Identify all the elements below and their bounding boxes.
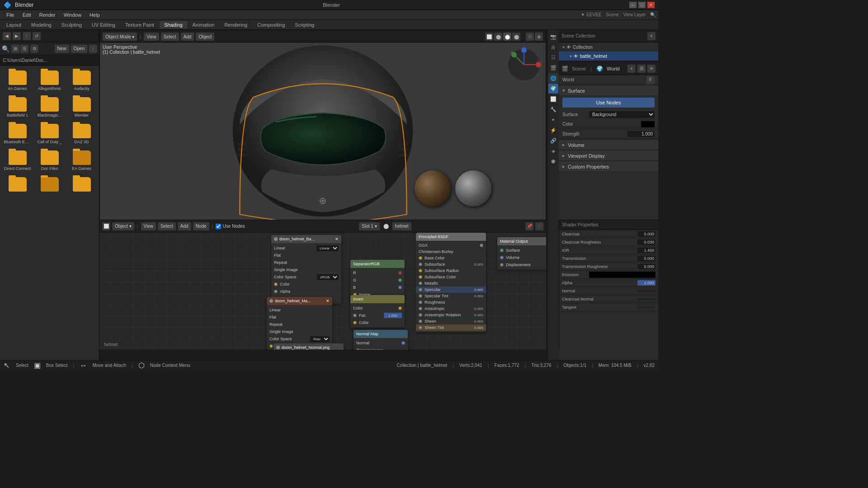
tab-shading[interactable]: Shading xyxy=(160,21,187,28)
folder-empty1[interactable] xyxy=(2,174,33,196)
minimize-button[interactable]: ─ xyxy=(629,2,637,8)
viewport-display-title[interactable]: ▸ Viewport Display xyxy=(559,151,658,161)
prop-world-active-icon[interactable]: 🌍 xyxy=(548,84,558,94)
tree-item-battle-helmet[interactable]: ▾ 👁 battle_helmet xyxy=(559,52,658,61)
socket-spectint[interactable] xyxy=(419,294,422,298)
folder-doc-files[interactable]: Doc Files xyxy=(34,148,65,174)
new-folder-btn[interactable]: New xyxy=(55,45,69,53)
tab-sculpting[interactable]: Sculpting xyxy=(57,21,86,28)
socket-color-inv-in[interactable] xyxy=(353,321,357,324)
node-image-texture-2[interactable]: doom_helmet_Ma... ✕ Linear Flat Repeat S… xyxy=(267,297,332,350)
node-node-btn[interactable]: Node xyxy=(193,222,209,230)
viewport-shading-render[interactable]: ⬤ xyxy=(512,33,520,41)
file-path-bar[interactable]: C:\Users\Daniel\Doc... xyxy=(0,55,99,66)
node-more-btn[interactable]: ⋮ xyxy=(535,222,543,230)
prop-render-icon[interactable]: 📷 xyxy=(548,32,558,42)
prop-data-icon[interactable]: ◈ xyxy=(548,146,558,156)
tab-rendering[interactable]: Rendering xyxy=(220,21,252,28)
surface-section-title[interactable]: ▾ Surface xyxy=(559,86,658,96)
material-name-btn[interactable]: helmet xyxy=(392,222,411,230)
world-new-btn[interactable]: + xyxy=(627,65,636,73)
tab-texture-paint[interactable]: Texture Paint xyxy=(121,21,159,28)
socket-displacement-in[interactable] xyxy=(500,263,504,267)
prop-object-icon[interactable]: ⬜ xyxy=(548,94,558,104)
viewport-overlay-btn[interactable]: ☉ xyxy=(526,33,534,41)
use-nodes-checkbox[interactable] xyxy=(216,224,221,229)
prop-constraint-icon[interactable]: 🔗 xyxy=(548,136,558,145)
viewport-shading-solid[interactable]: ⬤ xyxy=(494,33,502,41)
folder-direct-connect[interactable]: Direct Connect xyxy=(2,148,33,174)
tab-animation[interactable]: Animation xyxy=(188,21,219,28)
socket-subradius[interactable] xyxy=(419,269,422,272)
world-unlink-btn[interactable]: ✕ xyxy=(647,65,656,73)
folder-audacity[interactable]: Audacity xyxy=(66,68,97,94)
node-close-icon2[interactable]: ✕ xyxy=(326,299,330,303)
node-canvas[interactable]: doom_helmet_Ba... ✕ Linear Linear Flat R… xyxy=(99,233,546,350)
custom-props-title[interactable]: ▸ Custom Properties xyxy=(559,162,658,172)
tab-compositing[interactable]: Compositing xyxy=(253,21,289,28)
socket-normal-out[interactable] xyxy=(401,341,405,345)
menu-window[interactable]: Window xyxy=(60,11,85,19)
socket-specular[interactable] xyxy=(419,288,422,291)
viewport-shading-wire[interactable]: ⬜ xyxy=(485,33,493,41)
nav-forward-btn[interactable]: ▶ xyxy=(13,32,21,40)
folder-blackmagic[interactable]: Blackmagic... xyxy=(34,94,65,120)
close-button[interactable]: ✕ xyxy=(647,2,655,8)
select-cs2[interactable]: Raw xyxy=(310,336,330,342)
prop-output-icon[interactable]: 🖨 xyxy=(548,42,558,52)
open-btn[interactable]: Open xyxy=(71,45,87,53)
sp-alpha-val[interactable]: 1.000 xyxy=(637,280,656,286)
viewport-select-btn[interactable]: Select xyxy=(161,33,179,41)
socket-volume-in[interactable] xyxy=(500,256,504,259)
node-editor-type-btn[interactable]: ⬜ xyxy=(102,222,110,230)
viewport-view-btn[interactable]: View xyxy=(144,33,159,41)
folder-4a-games[interactable]: 4A Games xyxy=(2,68,33,94)
prop-material-icon[interactable]: ⬟ xyxy=(548,156,558,166)
socket-bsdf-out[interactable] xyxy=(480,244,483,247)
node-pin-btn[interactable]: 📌 xyxy=(525,222,533,230)
tab-layout[interactable]: Layout xyxy=(2,21,26,28)
prop-view-layer-icon[interactable]: ☷ xyxy=(548,52,558,62)
3d-viewport[interactable]: Object Mode ▾ | View Select Add Object ⬜… xyxy=(99,30,546,220)
use-nodes-button[interactable]: Use Nodes xyxy=(562,98,655,108)
tree-item-collection[interactable]: ▾ 👁 Collection xyxy=(559,42,658,52)
viewport-object-btn[interactable]: Object xyxy=(196,33,214,41)
world-browse-btn[interactable]: ☰ xyxy=(637,65,646,73)
world-fake-user-btn[interactable]: F xyxy=(646,76,655,84)
socket-color-out2[interactable] xyxy=(269,344,273,348)
folder-bluetooth[interactable]: Bluetooth Exc... xyxy=(2,121,33,147)
socket-aniso[interactable] xyxy=(419,307,422,310)
socket-subsurface[interactable] xyxy=(419,263,422,266)
folder-blender[interactable]: Blender xyxy=(66,94,97,120)
render-engine-dropdown[interactable]: ▼ EEVEE xyxy=(580,12,601,17)
volume-section-title[interactable]: ▸ Volume xyxy=(559,140,658,150)
node-material-output[interactable]: Material Output Surface Volume Displacem… xyxy=(497,237,546,270)
node-normal-map[interactable]: Normal Map Normal Tangent Space xyxy=(354,330,408,350)
prop-scene-icon[interactable]: 🎬 xyxy=(548,63,558,73)
nav-refresh-btn[interactable]: ↺ xyxy=(33,32,41,40)
sp-clearcoat-val[interactable]: 0.000 xyxy=(637,231,656,237)
menu-render[interactable]: Render xyxy=(36,11,59,19)
socket-subcolor[interactable] xyxy=(419,275,422,279)
node-select-btn[interactable]: Select xyxy=(158,222,176,230)
viewport-gizmo-btn[interactable]: ⊕ xyxy=(535,33,543,41)
node-type-btn[interactable]: Object ▾ xyxy=(112,222,134,230)
socket-g[interactable] xyxy=(398,278,402,282)
sp-clearcoat-rough-val[interactable]: 0.030 xyxy=(637,239,656,245)
list-view-btn[interactable]: ☰ xyxy=(20,45,28,53)
select-linear[interactable]: Linear xyxy=(316,245,339,251)
viewport-gizmo[interactable]: X Y Z xyxy=(506,47,542,83)
menu-file[interactable]: File xyxy=(3,11,18,19)
viewport-shading-material[interactable]: ⬤ xyxy=(503,33,511,41)
folder-allegorithmic[interactable]: Allegorithmic xyxy=(34,68,65,94)
more-btn[interactable]: ⋮ xyxy=(89,45,97,53)
sp-trans-rough-val[interactable]: 0.000 xyxy=(637,264,656,269)
node-principled-bsdf[interactable]: Principled BSDF GGX Christensen-Burley B… xyxy=(416,233,486,332)
viewport-content[interactable]: 人人素材 RRCG www.rrcg.cn xyxy=(100,43,546,220)
socket-sheen[interactable] xyxy=(419,319,422,323)
menu-edit[interactable]: Edit xyxy=(19,11,35,19)
node-normal-img[interactable]: doom_helmet_Normal.png Color Alpha xyxy=(274,343,344,350)
socket-color-out[interactable] xyxy=(274,282,278,286)
search-btn[interactable]: 🔍 xyxy=(650,12,656,17)
folder-empty3[interactable] xyxy=(66,174,97,196)
